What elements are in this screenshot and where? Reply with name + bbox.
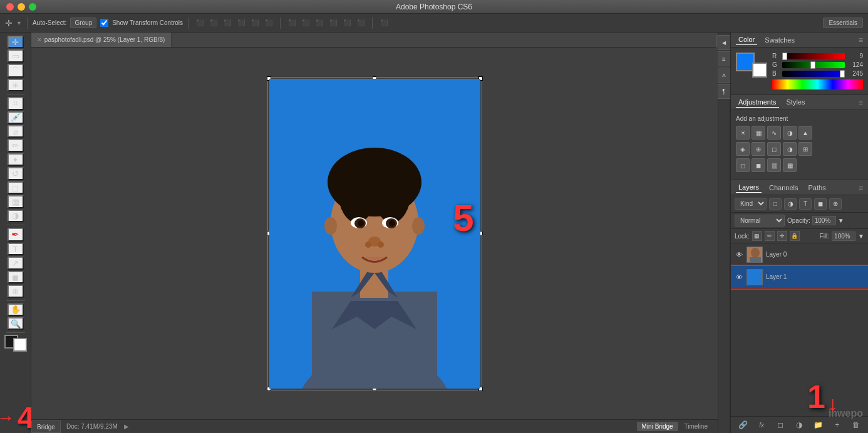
poster-adj-icon[interactable]: ◼ <box>752 158 765 172</box>
eyedropper-tool[interactable]: 💉 <box>8 111 24 124</box>
tab-close-btn[interactable]: × <box>38 36 41 43</box>
color-tab[interactable]: Color <box>736 34 757 45</box>
styles-tab[interactable]: Styles <box>784 97 808 108</box>
r-thumb[interactable] <box>782 53 787 60</box>
show-transform-checkbox[interactable] <box>100 19 108 27</box>
align-center-btn[interactable]: ⬛ <box>207 17 220 29</box>
gradient-adj-icon[interactable]: ▦ <box>783 158 797 172</box>
fill-dropdown-arrow[interactable]: ▼ <box>858 233 864 240</box>
dist-5[interactable]: ⬛ <box>341 17 353 29</box>
filter-type-btn[interactable]: T <box>799 198 812 210</box>
b-thumb[interactable] <box>840 70 845 78</box>
layer-1-visibility[interactable]: 👁 <box>735 273 743 282</box>
color-panel-menu-btn[interactable]: ≡ <box>859 36 863 44</box>
dist-2[interactable]: ⬛ <box>299 17 312 29</box>
lock-all-btn[interactable]: 🔒 <box>790 231 800 241</box>
crop-tool[interactable]: ⌗ <box>8 97 24 110</box>
history-brush-tool[interactable]: ↺ <box>8 167 24 180</box>
bridge-tab[interactable]: Bridge <box>31 420 61 433</box>
background-color[interactable] <box>13 338 27 352</box>
type-tool[interactable]: T <box>8 243 24 255</box>
adjustments-tab[interactable]: Adjustments <box>736 97 779 108</box>
spot-heal-tool[interactable]: ⌀ <box>8 125 24 138</box>
r-slider[interactable] <box>782 53 845 59</box>
kind-dropdown[interactable]: Kind <box>735 198 767 210</box>
colorbal-adj-icon[interactable]: ⊕ <box>752 142 765 156</box>
align-top-btn[interactable]: ⬛ <box>235 17 247 29</box>
layer-adj-btn[interactable]: ◑ <box>793 419 805 430</box>
layer-1-item[interactable]: 👁 Layer 1 <box>731 266 868 288</box>
group-dropdown[interactable]: Group <box>70 18 96 28</box>
dist-6[interactable]: ⬛ <box>354 17 367 29</box>
layer-link-btn[interactable]: 🔗 <box>737 419 748 430</box>
vibrance-adj-icon[interactable]: ▲ <box>798 126 812 140</box>
b-slider[interactable] <box>782 71 845 77</box>
collapse-btn[interactable]: ◀ <box>716 35 731 50</box>
curves-adj-icon[interactable]: ∿ <box>767 126 781 140</box>
layer-group-btn[interactable]: 📁 <box>813 419 824 430</box>
eraser-tool[interactable]: ◻ <box>8 181 24 194</box>
channels-tab[interactable]: Channels <box>767 183 800 193</box>
3d-tool[interactable]: ⊕ <box>8 285 24 297</box>
invert-adj-icon[interactable]: ◻ <box>736 158 750 172</box>
canvas-scroll[interactable]: 5 <box>31 48 718 419</box>
panel-btn-2[interactable]: A <box>716 68 731 83</box>
path-select-tool[interactable]: ↗ <box>8 257 24 269</box>
g-thumb[interactable] <box>810 61 815 69</box>
adj-menu-btn[interactable]: ≡ <box>859 98 863 107</box>
transform-btn[interactable]: ⬛ <box>378 17 390 29</box>
align-right-btn[interactable]: ⬛ <box>221 17 234 29</box>
brightness-adj-icon[interactable]: ☀ <box>736 126 750 140</box>
g-slider[interactable] <box>782 62 845 68</box>
align-bottom-btn[interactable]: ⬛ <box>262 17 275 29</box>
blend-mode-dropdown[interactable]: Normal <box>735 215 785 227</box>
timeline-tab[interactable]: Timeline <box>679 422 713 431</box>
doc-info-more-btn[interactable]: ▶ <box>124 423 129 430</box>
layer-fx-btn[interactable]: fx <box>756 419 767 430</box>
opacity-input[interactable] <box>812 216 836 225</box>
lock-transparent-btn[interactable]: ▦ <box>752 231 762 241</box>
lock-move-btn[interactable]: ✛ <box>777 231 787 241</box>
magic-wand-tool[interactable]: ✳ <box>8 79 24 91</box>
mini-bridge-tab[interactable]: Mini Bridge <box>637 422 678 431</box>
document-tab[interactable]: × pasphotofadli.psd @ 25% (Layer 1, RGB/… <box>31 33 172 47</box>
dist-3[interactable]: ⬛ <box>313 17 326 29</box>
brush-tool[interactable]: ✏ <box>8 139 24 151</box>
dist-4[interactable]: ⬛ <box>327 17 339 29</box>
essentials-button[interactable]: Essentials <box>823 18 863 28</box>
layer-0-item[interactable]: 👁 Layer 0 <box>731 243 868 266</box>
hsl-adj-icon[interactable]: ◈ <box>736 142 750 156</box>
maximize-button[interactable] <box>29 3 36 11</box>
color-spectrum[interactable] <box>772 79 863 89</box>
lasso-tool[interactable]: ⌒ <box>8 64 24 78</box>
thresh-adj-icon[interactable]: ▥ <box>767 158 781 172</box>
opacity-dropdown-arrow[interactable]: ▼ <box>838 217 844 224</box>
move-tool-icon[interactable]: ✛ <box>5 18 13 28</box>
zoom-tool[interactable]: 🔍 <box>8 317 24 330</box>
bw-adj-icon[interactable]: ◻ <box>767 142 781 156</box>
photo-adj-icon[interactable]: ◑ <box>783 142 797 156</box>
close-button[interactable] <box>6 3 14 11</box>
filter-pixel-btn[interactable]: □ <box>769 198 782 210</box>
align-left-btn[interactable]: ⬛ <box>194 17 206 29</box>
lock-image-btn[interactable]: ✏ <box>765 231 775 241</box>
mix-adj-icon[interactable]: ⊞ <box>798 142 812 156</box>
layer-0-visibility[interactable]: 👁 <box>735 250 743 259</box>
exposure-adj-icon[interactable]: ◑ <box>783 126 797 140</box>
levels-adj-icon[interactable]: ▦ <box>752 126 765 140</box>
dodge-tool[interactable]: ◑ <box>8 210 24 222</box>
marquee-tool[interactable]: ▭ <box>8 49 24 62</box>
background-swatch[interactable] <box>752 63 767 78</box>
panel-btn-3[interactable]: ¶ <box>716 84 731 99</box>
pen-tool[interactable]: ✒ <box>8 228 24 242</box>
swatches-tab[interactable]: Swatches <box>762 35 797 45</box>
layer-mask-btn[interactable]: ◻ <box>775 419 786 430</box>
move-tool[interactable]: ✛ <box>8 36 24 48</box>
filter-shape-btn[interactable]: ◼ <box>814 198 827 210</box>
layers-menu-btn[interactable]: ≡ <box>859 183 863 192</box>
layer-delete-btn[interactable]: 🗑 <box>850 419 862 430</box>
align-mid-btn[interactable]: ⬛ <box>249 17 261 29</box>
paths-tab[interactable]: Paths <box>806 183 829 193</box>
layers-tab[interactable]: Layers <box>736 182 762 193</box>
hand-tool[interactable]: ✋ <box>8 303 24 316</box>
